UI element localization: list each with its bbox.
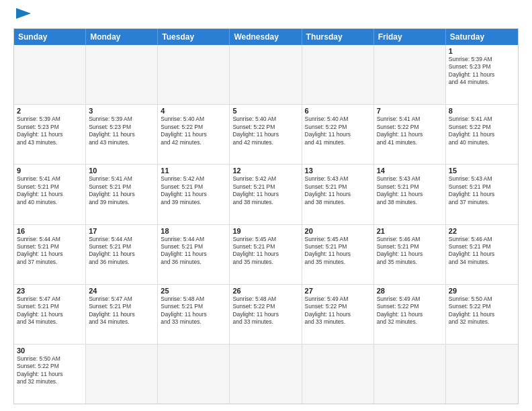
day-number: 21	[377, 227, 443, 235]
table-row: 24Sunrise: 5:47 AM Sunset: 5:21 PM Dayli…	[86, 285, 158, 344]
calendar-page: Sunday Monday Tuesday Wednesday Thursday…	[0, 0, 532, 411]
table-row: 23Sunrise: 5:47 AM Sunset: 5:21 PM Dayli…	[14, 285, 86, 344]
table-row: 26Sunrise: 5:48 AM Sunset: 5:22 PM Dayli…	[230, 285, 302, 344]
day-info: Sunrise: 5:41 AM Sunset: 5:21 PM Dayligh…	[89, 175, 154, 206]
table-row: 2Sunrise: 5:39 AM Sunset: 5:23 PM Daylig…	[14, 105, 86, 164]
day-info: Sunrise: 5:42 AM Sunset: 5:21 PM Dayligh…	[161, 175, 226, 206]
table-row	[446, 345, 518, 404]
day-number: 15	[449, 167, 515, 175]
table-row	[158, 45, 230, 104]
weekday-friday: Friday	[374, 29, 446, 45]
table-row	[86, 45, 158, 104]
table-row	[302, 345, 374, 404]
table-row	[230, 45, 302, 104]
table-row: 17Sunrise: 5:44 AM Sunset: 5:21 PM Dayli…	[86, 225, 158, 284]
table-row: 10Sunrise: 5:41 AM Sunset: 5:21 PM Dayli…	[86, 165, 158, 224]
day-number: 17	[89, 227, 154, 235]
day-number: 11	[161, 167, 226, 175]
day-info: Sunrise: 5:46 AM Sunset: 5:21 PM Dayligh…	[449, 236, 515, 267]
day-info: Sunrise: 5:49 AM Sunset: 5:22 PM Dayligh…	[305, 295, 371, 326]
weekday-tuesday: Tuesday	[158, 29, 230, 45]
day-info: Sunrise: 5:44 AM Sunset: 5:21 PM Dayligh…	[17, 236, 83, 267]
table-row: 1Sunrise: 5:39 AM Sunset: 5:23 PM Daylig…	[446, 45, 518, 104]
table-row	[230, 345, 302, 404]
table-row: 27Sunrise: 5:49 AM Sunset: 5:22 PM Dayli…	[302, 285, 374, 344]
day-info: Sunrise: 5:41 AM Sunset: 5:22 PM Dayligh…	[449, 116, 515, 146]
table-row: 29Sunrise: 5:50 AM Sunset: 5:22 PM Dayli…	[446, 285, 518, 344]
table-row: 8Sunrise: 5:41 AM Sunset: 5:22 PM Daylig…	[446, 105, 518, 164]
day-number: 22	[449, 227, 515, 235]
day-number: 1	[449, 47, 515, 55]
day-number: 29	[449, 287, 515, 295]
day-number: 6	[305, 107, 371, 115]
calendar: Sunday Monday Tuesday Wednesday Thursday…	[13, 28, 519, 404]
day-info: Sunrise: 5:50 AM Sunset: 5:22 PM Dayligh…	[449, 295, 515, 326]
day-number: 24	[89, 287, 154, 295]
day-number: 9	[17, 167, 83, 175]
svg-marker-0	[16, 8, 31, 19]
calendar-body: 1Sunrise: 5:39 AM Sunset: 5:23 PM Daylig…	[14, 45, 518, 404]
table-row: 21Sunrise: 5:46 AM Sunset: 5:21 PM Dayli…	[374, 225, 446, 284]
table-row: 4Sunrise: 5:40 AM Sunset: 5:22 PM Daylig…	[158, 105, 230, 164]
day-info: Sunrise: 5:47 AM Sunset: 5:21 PM Dayligh…	[17, 295, 83, 326]
calendar-header: Sunday Monday Tuesday Wednesday Thursday…	[14, 29, 518, 45]
table-row	[302, 45, 374, 104]
day-info: Sunrise: 5:49 AM Sunset: 5:22 PM Dayligh…	[377, 295, 443, 326]
table-row: 11Sunrise: 5:42 AM Sunset: 5:21 PM Dayli…	[158, 165, 230, 224]
table-row: 6Sunrise: 5:40 AM Sunset: 5:22 PM Daylig…	[302, 105, 374, 164]
day-info: Sunrise: 5:48 AM Sunset: 5:21 PM Dayligh…	[161, 295, 226, 326]
table-row: 9Sunrise: 5:41 AM Sunset: 5:21 PM Daylig…	[14, 165, 86, 224]
day-info: Sunrise: 5:40 AM Sunset: 5:22 PM Dayligh…	[232, 116, 298, 146]
day-number: 20	[305, 227, 371, 235]
day-info: Sunrise: 5:44 AM Sunset: 5:21 PM Dayligh…	[89, 236, 154, 267]
day-number: 7	[377, 107, 443, 115]
calendar-row: 30Sunrise: 5:50 AM Sunset: 5:22 PM Dayli…	[14, 345, 518, 404]
day-info: Sunrise: 5:39 AM Sunset: 5:23 PM Dayligh…	[17, 116, 83, 146]
day-info: Sunrise: 5:50 AM Sunset: 5:22 PM Dayligh…	[17, 355, 83, 386]
day-number: 18	[161, 227, 226, 235]
day-info: Sunrise: 5:39 AM Sunset: 5:23 PM Dayligh…	[89, 116, 154, 146]
weekday-saturday: Saturday	[446, 29, 518, 45]
day-info: Sunrise: 5:43 AM Sunset: 5:21 PM Dayligh…	[305, 175, 371, 206]
day-number: 27	[305, 287, 371, 295]
day-number: 26	[232, 287, 298, 295]
table-row	[14, 45, 86, 104]
weekday-sunday: Sunday	[14, 29, 86, 45]
table-row	[374, 45, 446, 104]
day-info: Sunrise: 5:45 AM Sunset: 5:21 PM Dayligh…	[232, 236, 298, 267]
day-info: Sunrise: 5:40 AM Sunset: 5:22 PM Dayligh…	[305, 116, 371, 146]
calendar-row: 1Sunrise: 5:39 AM Sunset: 5:23 PM Daylig…	[14, 45, 518, 105]
day-info: Sunrise: 5:39 AM Sunset: 5:23 PM Dayligh…	[449, 56, 515, 87]
day-info: Sunrise: 5:45 AM Sunset: 5:21 PM Dayligh…	[305, 236, 371, 267]
table-row: 14Sunrise: 5:43 AM Sunset: 5:21 PM Dayli…	[374, 165, 446, 224]
table-row	[86, 345, 158, 404]
table-row: 3Sunrise: 5:39 AM Sunset: 5:23 PM Daylig…	[86, 105, 158, 164]
day-number: 4	[161, 107, 226, 115]
day-info: Sunrise: 5:47 AM Sunset: 5:21 PM Dayligh…	[89, 295, 154, 326]
calendar-row: 23Sunrise: 5:47 AM Sunset: 5:21 PM Dayli…	[14, 285, 518, 345]
table-row: 22Sunrise: 5:46 AM Sunset: 5:21 PM Dayli…	[446, 225, 518, 284]
day-number: 13	[305, 167, 371, 175]
table-row: 16Sunrise: 5:44 AM Sunset: 5:21 PM Dayli…	[14, 225, 86, 284]
table-row: 20Sunrise: 5:45 AM Sunset: 5:21 PM Dayli…	[302, 225, 374, 284]
day-number: 16	[17, 227, 83, 235]
day-number: 19	[232, 227, 298, 235]
table-row: 25Sunrise: 5:48 AM Sunset: 5:21 PM Dayli…	[158, 285, 230, 344]
day-info: Sunrise: 5:43 AM Sunset: 5:21 PM Dayligh…	[449, 175, 515, 206]
calendar-row: 16Sunrise: 5:44 AM Sunset: 5:21 PM Dayli…	[14, 225, 518, 285]
day-number: 3	[89, 107, 154, 115]
day-info: Sunrise: 5:41 AM Sunset: 5:21 PM Dayligh…	[17, 175, 83, 206]
day-info: Sunrise: 5:48 AM Sunset: 5:22 PM Dayligh…	[232, 295, 298, 326]
day-number: 25	[161, 287, 226, 295]
calendar-row: 9Sunrise: 5:41 AM Sunset: 5:21 PM Daylig…	[14, 165, 518, 224]
day-number: 23	[17, 287, 83, 295]
day-info: Sunrise: 5:43 AM Sunset: 5:21 PM Dayligh…	[377, 175, 443, 206]
table-row: 13Sunrise: 5:43 AM Sunset: 5:21 PM Dayli…	[302, 165, 374, 224]
day-info: Sunrise: 5:42 AM Sunset: 5:21 PM Dayligh…	[232, 175, 298, 206]
table-row: 5Sunrise: 5:40 AM Sunset: 5:22 PM Daylig…	[230, 105, 302, 164]
day-number: 5	[232, 107, 298, 115]
calendar-row: 2Sunrise: 5:39 AM Sunset: 5:23 PM Daylig…	[14, 105, 518, 165]
day-number: 8	[449, 107, 515, 115]
day-number: 28	[377, 287, 443, 295]
table-row	[158, 345, 230, 404]
